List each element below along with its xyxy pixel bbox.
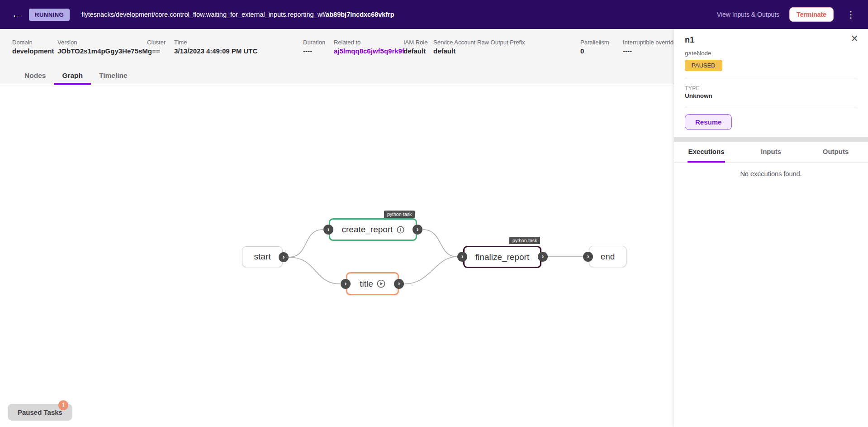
- meta-label: Time: [174, 39, 257, 46]
- meta-value: default: [433, 47, 475, 55]
- port-start-out: ›: [279, 252, 289, 262]
- breadcrumb-path: flytesnacks/development/core.control_flo…: [81, 11, 326, 18]
- view-inputs-outputs-link[interactable]: View Inputs & Outputs: [717, 11, 779, 18]
- port-end-in: ›: [583, 252, 593, 262]
- execution-status-badge: RUNNING: [29, 9, 70, 21]
- node-label: create_report: [342, 225, 393, 235]
- panel-node-type: gateNode: [685, 50, 711, 57]
- port-finalize-report-out: ›: [538, 252, 548, 262]
- close-icon[interactable]: ×: [851, 32, 858, 46]
- port-title-in: ›: [341, 279, 351, 289]
- resume-button[interactable]: Resume: [685, 114, 732, 130]
- meta-duration: Duration ----: [303, 39, 325, 55]
- port-title-out: ›: [394, 279, 404, 289]
- meta-label: IAM Role: [403, 39, 427, 46]
- task-type-tag: python-task: [384, 211, 415, 218]
- breadcrumb-execution-id: ab89bj7lncdxc68vkfrp: [326, 11, 394, 18]
- graph-node-end[interactable]: end: [589, 246, 626, 267]
- meta-label: Duration: [303, 39, 325, 46]
- meta-value: 3/13/2023 4:49:09 PM UTC: [174, 47, 257, 55]
- meta-label: Raw Output Prefix: [477, 39, 525, 46]
- graph-node-title[interactable]: title: [346, 272, 399, 295]
- meta-service-account: Service Account default: [433, 39, 475, 55]
- meta-label: Parallelism: [580, 39, 609, 46]
- top-bar: ← RUNNING flytesnacks/development/core.c…: [0, 0, 868, 29]
- meta-cluster: Cluster: [147, 39, 166, 47]
- breadcrumb: flytesnacks/development/core.control_flo…: [81, 11, 394, 18]
- port-finalize-report-in: ›: [457, 252, 467, 262]
- meta-label: Service Account: [433, 39, 475, 46]
- meta-interruptible-override: Interruptible override ----: [623, 39, 677, 55]
- panel-tabs: Executions Inputs Outputs: [674, 142, 868, 163]
- meta-value: 0: [580, 47, 609, 55]
- workflow-graph-canvas[interactable]: start python-task create_report title py…: [0, 84, 674, 427]
- graph-node-start[interactable]: start: [242, 246, 283, 267]
- meta-value: ----: [303, 47, 325, 55]
- meta-value: default: [403, 47, 427, 55]
- panel-section-divider: [674, 137, 868, 142]
- node-label: title: [360, 279, 373, 289]
- tab-executions[interactable]: Executions: [674, 142, 739, 163]
- meta-value: development: [12, 47, 54, 55]
- graph-node-create-report[interactable]: create_report: [329, 218, 417, 241]
- node-label: finalize_report: [475, 252, 529, 262]
- edge-start-create-report: [289, 230, 323, 257]
- info-icon[interactable]: [397, 226, 404, 234]
- tab-inputs[interactable]: Inputs: [739, 142, 803, 163]
- graph-edges: [0, 84, 674, 427]
- tab-nodes[interactable]: Nodes: [16, 68, 54, 84]
- tab-timeline[interactable]: Timeline: [91, 68, 136, 84]
- paused-tasks-count-badge: 1: [58, 400, 68, 410]
- meta-version: Version JObTO2s1m4pGgy3He75sMg==: [57, 39, 160, 55]
- related-execution-link[interactable]: aj5lmqq8c6jwf5q9rk9f: [334, 47, 404, 55]
- back-icon[interactable]: ←: [10, 9, 24, 20]
- meta-label: Domain: [12, 39, 54, 46]
- meta-domain: Domain development: [12, 39, 54, 55]
- kebab-menu-icon[interactable]: ⋮: [844, 9, 858, 20]
- panel-node-title: n1: [685, 35, 694, 45]
- port-create-report-in: ›: [323, 225, 333, 235]
- meta-raw-output-prefix: Raw Output Prefix: [477, 39, 525, 47]
- empty-executions-message: No executions found.: [674, 170, 868, 178]
- port-create-report-out: ›: [413, 225, 422, 235]
- meta-label: Interruptible override: [623, 39, 677, 46]
- divider: [685, 107, 857, 107]
- graph-node-finalize-report[interactable]: finalize_report: [463, 246, 541, 268]
- meta-time: Time 3/13/2023 4:49:09 PM UTC: [174, 39, 257, 55]
- meta-value: JObTO2s1m4pGgy3He75sMg==: [57, 47, 160, 55]
- edge-title-finalize: [404, 257, 457, 284]
- meta-label: Cluster: [147, 39, 166, 46]
- meta-value: ----: [623, 47, 677, 55]
- meta-label: Version: [57, 39, 160, 46]
- node-status-badge: PAUSED: [685, 60, 722, 71]
- task-type-tag: python-task: [509, 237, 540, 244]
- meta-label: Related to: [334, 39, 404, 46]
- tab-graph[interactable]: Graph: [54, 68, 91, 84]
- edge-create-report-finalize: [423, 230, 457, 257]
- meta-related-to: Related to aj5lmqq8c6jwf5q9rk9f: [334, 39, 404, 55]
- type-label: TYPE: [685, 85, 700, 91]
- node-label: end: [601, 252, 615, 262]
- meta-parallelism: Parallelism 0: [580, 39, 609, 55]
- edge-start-title: [289, 257, 340, 284]
- terminate-button[interactable]: Terminate: [789, 7, 834, 22]
- view-tabs: Nodes Graph Timeline: [16, 68, 136, 84]
- node-label: start: [254, 252, 271, 262]
- tab-outputs[interactable]: Outputs: [803, 142, 868, 163]
- node-details-panel: n1 × gateNode PAUSED TYPE Unknown Resume…: [674, 29, 868, 427]
- type-value: Unknown: [685, 92, 712, 99]
- play-icon[interactable]: [377, 279, 385, 288]
- meta-iam-role: IAM Role default: [403, 39, 427, 55]
- divider: [685, 78, 857, 78]
